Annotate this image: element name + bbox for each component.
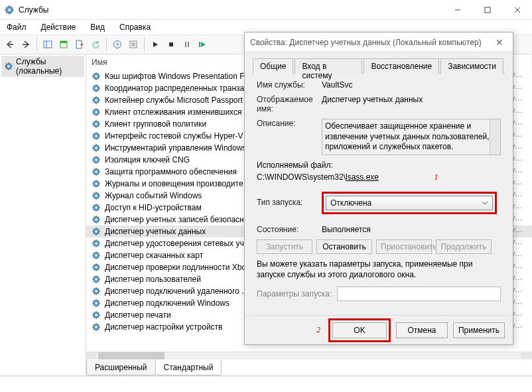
- tab-deps[interactable]: Зависимости: [440, 58, 503, 74]
- gear-icon: [92, 227, 101, 236]
- ok-highlight: OK: [328, 318, 391, 342]
- maximize-button[interactable]: [472, 0, 502, 20]
- gear-icon: [92, 119, 101, 129]
- toolbar-properties[interactable]: [56, 37, 71, 52]
- dialog-titlebar: Свойства: Диспетчер учетных данных (Лока…: [245, 33, 513, 52]
- nav-tree-root[interactable]: Службы (локальные): [1, 56, 84, 77]
- value-display-name: Диспетчер учетных данных: [322, 95, 501, 104]
- svg-text:?: ?: [116, 42, 119, 48]
- toolbar-export[interactable]: [72, 37, 87, 52]
- service-name: Кэш шрифтов Windows Presentation F…: [105, 72, 253, 81]
- nav-forward-button[interactable]: [19, 37, 33, 52]
- gear-icon: [92, 191, 101, 200]
- startup-params-input[interactable]: [337, 287, 501, 301]
- toolbar-refresh[interactable]: [88, 37, 103, 52]
- gear-icon: [92, 298, 101, 308]
- properties-dialog: Свойства: Диспетчер учетных данных (Лока…: [244, 32, 513, 345]
- toolbar-props2[interactable]: [126, 37, 141, 52]
- view-tabs: Расширенный Стандартный: [86, 359, 532, 375]
- gear-icon: [92, 287, 101, 296]
- service-stop-button[interactable]: [164, 37, 178, 52]
- service-name: Диспетчер настройки устройств: [105, 322, 222, 332]
- description-box[interactable]: Обеспечивает защищенное хранение и извле…: [322, 119, 501, 155]
- service-restart-button[interactable]: [196, 37, 210, 52]
- resume-button[interactable]: Продолжить: [436, 239, 492, 254]
- toolbar-show-hide-tree[interactable]: [40, 37, 55, 52]
- menu-view[interactable]: Вид: [88, 21, 107, 33]
- startup-type-select[interactable]: Отключена: [326, 196, 493, 210]
- service-name: Диспетчер учетных записей безопасн…: [105, 215, 252, 224]
- dialog-title: Свойства: Диспетчер учетных данных (Лока…: [250, 38, 492, 47]
- svg-rect-29: [188, 42, 189, 47]
- service-name: Изоляция ключей CNG: [105, 155, 190, 164]
- gear-icon: [92, 84, 101, 93]
- svg-rect-19: [60, 41, 67, 43]
- service-name: Диспетчер учетных данных: [105, 227, 206, 236]
- service-name: Интерфейс гостевой службы Hyper-V: [105, 131, 243, 141]
- gear-icon: [92, 275, 101, 284]
- gear-icon: [92, 131, 101, 141]
- gear-icon: [92, 215, 101, 224]
- nav-tree[interactable]: Службы (локальные): [0, 54, 86, 375]
- cancel-button[interactable]: Отмена: [396, 322, 448, 338]
- tab-standard[interactable]: Стандартный: [155, 360, 222, 375]
- startup-highlight: Отключена: [322, 192, 497, 214]
- horizontal-scrollbar[interactable]: [86, 352, 532, 359]
- value-service-name: VaultSvc: [322, 80, 501, 90]
- menu-action[interactable]: Действие: [38, 21, 79, 33]
- value-exe-path: C:\WINDOWS\system32\: [257, 172, 346, 182]
- service-name: Диспетчер пользователей: [105, 275, 201, 284]
- gear-icon: [92, 239, 101, 248]
- svg-rect-28: [185, 42, 186, 47]
- gear-icon: [92, 322, 101, 332]
- dialog-tabs: Общие Вход в систему Восстановление Зави…: [253, 58, 505, 74]
- gear-icon: [92, 72, 101, 81]
- service-name: Контейнер службы Microsoft Passport: [105, 96, 243, 105]
- label-startup: Тип запуска:: [257, 198, 322, 207]
- service-name: Диспетчер проверки подлинности Xbo…: [105, 263, 254, 272]
- tab-general[interactable]: Общие: [253, 58, 293, 74]
- gear-icon: [92, 107, 101, 117]
- menu-file[interactable]: Файл: [4, 21, 29, 33]
- minimize-button[interactable]: [442, 0, 472, 20]
- menu-help[interactable]: Справка: [117, 21, 153, 33]
- label-state: Состояние:: [257, 225, 322, 234]
- label-description: Описание:: [257, 119, 322, 128]
- dialog-close-button[interactable]: ✕: [492, 37, 507, 48]
- nav-back-button[interactable]: [3, 37, 17, 52]
- chevron-down-icon: [482, 200, 488, 206]
- gear-icon: [92, 203, 101, 212]
- tab-recovery[interactable]: Восстановление: [364, 58, 439, 74]
- value-state: Выполняется: [322, 225, 501, 234]
- pause-button[interactable]: Приостановить: [376, 239, 432, 254]
- service-pause-button[interactable]: [180, 37, 194, 52]
- gear-icon: [92, 155, 101, 164]
- service-name: Диспетчер подключений удаленного …: [105, 287, 249, 296]
- service-name: Клиент групповой политики: [105, 119, 206, 129]
- start-button[interactable]: Запустить: [257, 239, 312, 254]
- service-name: Диспетчер скачанных карт: [105, 251, 203, 260]
- service-name: Диспетчер печати: [105, 310, 171, 320]
- gear-icon: [92, 96, 101, 105]
- tab-extended[interactable]: Расширенный: [86, 360, 156, 375]
- gear-icon: [92, 251, 101, 260]
- service-start-button[interactable]: [148, 37, 163, 52]
- tab-logon[interactable]: Вход в систему: [295, 58, 362, 74]
- ok-button[interactable]: OK: [332, 322, 387, 338]
- label-display-name: Отображаемое имя:: [257, 95, 322, 113]
- gear-icon: [92, 167, 101, 176]
- marker-2: 2: [316, 325, 320, 335]
- close-button[interactable]: [502, 0, 532, 20]
- service-name: Инструментарий управления Windows: [105, 143, 247, 153]
- service-name: Клиент отслеживания изменившихся с…: [105, 107, 256, 117]
- gear-icon: [92, 263, 101, 272]
- service-name: Защита программного обеспечения: [105, 167, 237, 176]
- svg-rect-16: [44, 41, 52, 48]
- stop-button[interactable]: Остановить: [316, 239, 372, 254]
- params-note: Вы можете указать параметры запуска, при…: [257, 259, 501, 280]
- window-titlebar: Службы: [0, 0, 532, 20]
- label-params: Параметры запуска:: [257, 289, 332, 298]
- toolbar-help[interactable]: ?: [110, 37, 125, 52]
- apply-button[interactable]: Применить: [453, 322, 505, 338]
- gear-icon: [4, 62, 13, 71]
